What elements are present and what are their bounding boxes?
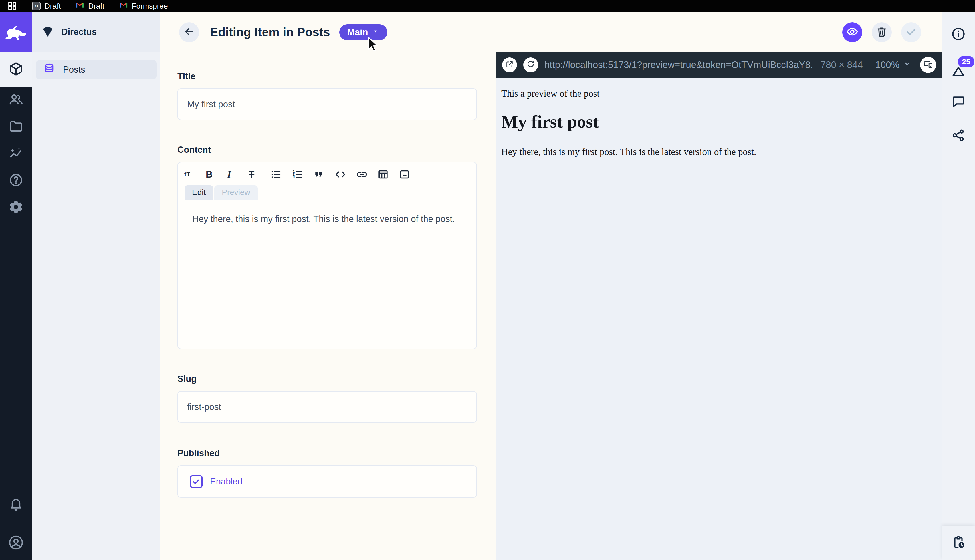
preview-intro-text: This a preview of the post <box>501 88 936 99</box>
folder-icon <box>8 119 23 135</box>
shares-button[interactable] <box>942 119 975 153</box>
browser-tab-label: Draft <box>45 2 61 11</box>
preview-heading: My first post <box>501 112 936 132</box>
open-in-new-icon <box>505 60 514 70</box>
refresh-button[interactable] <box>523 57 538 72</box>
content-value: Hey there, this is my first post. This i… <box>192 214 455 224</box>
chevron-down-icon <box>903 60 912 70</box>
zoom-select[interactable]: 100% <box>875 60 912 70</box>
info-button[interactable] <box>942 18 975 52</box>
markdown-editor: tT B I T <box>177 162 477 349</box>
module-content[interactable] <box>0 52 32 87</box>
arrow-left-icon <box>183 26 195 38</box>
flows-button[interactable] <box>942 526 975 560</box>
bold-icon[interactable]: B <box>206 169 227 180</box>
bullet-list-icon[interactable] <box>270 169 292 180</box>
field-label-content: Content <box>177 145 477 155</box>
delete-button[interactable] <box>872 22 892 42</box>
module-insights[interactable] <box>0 140 32 167</box>
back-button[interactable] <box>179 22 199 42</box>
project-header[interactable]: Directus <box>32 12 160 52</box>
cube-icon <box>8 62 23 78</box>
project-wedge-icon <box>41 25 54 39</box>
caret-down-icon <box>372 27 379 37</box>
flows-clipboard-clock-icon <box>951 535 965 551</box>
gear-icon <box>8 200 23 216</box>
preview-url[interactable]: http://localhost:5173/1?preview=true&tok… <box>545 60 814 70</box>
check-icon <box>905 25 917 39</box>
bell-icon <box>8 497 23 513</box>
mouse-cursor <box>366 37 380 55</box>
item-form: Title My first post Content tT B I T <box>160 52 497 560</box>
published-field: Enabled <box>177 465 477 498</box>
title-input[interactable]: My first post <box>177 88 477 120</box>
nav-sidebar: Directus Posts <box>32 12 160 560</box>
table-icon[interactable] <box>377 169 399 180</box>
main-area: Editing Item in Posts Main <box>160 12 942 560</box>
content-textarea[interactable]: Hey there, this is my first post. This i… <box>178 200 476 238</box>
published-checkbox-label: Enabled <box>210 477 243 487</box>
apps-grid-icon[interactable] <box>7 1 17 11</box>
refresh-icon <box>527 60 535 70</box>
module-bar-divider <box>7 522 25 522</box>
browser-tab-strip: 31 Draft Draft <box>0 0 975 12</box>
page-title: Editing Item in Posts <box>210 25 330 39</box>
editor-tab-preview[interactable]: Preview <box>214 185 258 200</box>
revisions-button[interactable]: 25 <box>942 52 975 85</box>
preview-toolbar: http://localhost:5173/1?preview=true&tok… <box>497 52 942 78</box>
quote-icon[interactable] <box>313 169 335 180</box>
account-circle-icon <box>8 535 24 552</box>
browser-tab-label: Formspree <box>132 2 168 11</box>
trash-icon <box>876 26 888 39</box>
italic-icon[interactable]: I <box>227 168 248 180</box>
device-frame-button[interactable] <box>920 57 936 73</box>
browser-tab[interactable]: 31 Draft <box>32 2 61 11</box>
users-icon <box>8 92 23 108</box>
image-icon[interactable] <box>399 169 410 180</box>
devices-icon <box>923 60 933 70</box>
directus-logo[interactable] <box>0 12 32 52</box>
browser-tab-label: Draft <box>88 2 104 11</box>
preview-document: This a preview of the post My first post… <box>497 78 942 157</box>
browser-tab[interactable]: Draft <box>75 2 104 11</box>
field-label-published: Published <box>177 448 477 458</box>
gmail-icon <box>119 2 128 11</box>
zoom-value: 100% <box>875 60 900 70</box>
published-checkbox[interactable] <box>190 475 203 488</box>
comments-button[interactable] <box>942 85 975 119</box>
info-icon <box>951 27 966 43</box>
directus-rabbit-logo-icon <box>5 23 27 42</box>
calendar-icon: 31 <box>32 2 41 10</box>
module-files[interactable] <box>0 113 32 140</box>
slug-value: first-post <box>187 402 221 412</box>
field-label-slug: Slug <box>177 374 477 384</box>
help-icon <box>8 173 23 189</box>
live-preview-button[interactable] <box>842 22 862 42</box>
code-icon[interactable] <box>335 168 356 180</box>
eye-icon <box>846 25 858 39</box>
app-root: 31 Draft Draft <box>0 0 975 560</box>
browser-tab[interactable]: Formspree <box>119 2 168 11</box>
link-icon[interactable] <box>356 168 377 180</box>
page-header: Editing Item in Posts Main <box>160 12 942 52</box>
nav-item-label: Posts <box>63 65 85 75</box>
notifications-button[interactable] <box>0 490 32 519</box>
open-in-new-button[interactable] <box>502 57 517 72</box>
gmail-icon <box>75 2 84 11</box>
preview-dimensions: 780 × 844 <box>820 60 863 70</box>
strikethrough-icon[interactable]: T <box>248 169 270 180</box>
save-button[interactable] <box>901 22 921 42</box>
module-bar <box>0 12 32 560</box>
live-preview-panel: http://localhost:5173/1?preview=true&tok… <box>497 52 942 560</box>
numbered-list-icon[interactable]: 1 2 3 <box>292 169 313 180</box>
right-sidebar: 25 <box>942 12 975 560</box>
module-users[interactable] <box>0 87 32 113</box>
module-help[interactable] <box>0 167 32 194</box>
format-size-icon[interactable]: tT <box>184 171 206 178</box>
database-icon <box>43 63 55 77</box>
editor-tab-edit[interactable]: Edit <box>185 185 213 200</box>
nav-item-posts[interactable]: Posts <box>36 60 157 79</box>
slug-input[interactable]: first-post <box>177 391 477 423</box>
account-button[interactable] <box>0 526 32 560</box>
module-settings[interactable] <box>0 194 32 221</box>
